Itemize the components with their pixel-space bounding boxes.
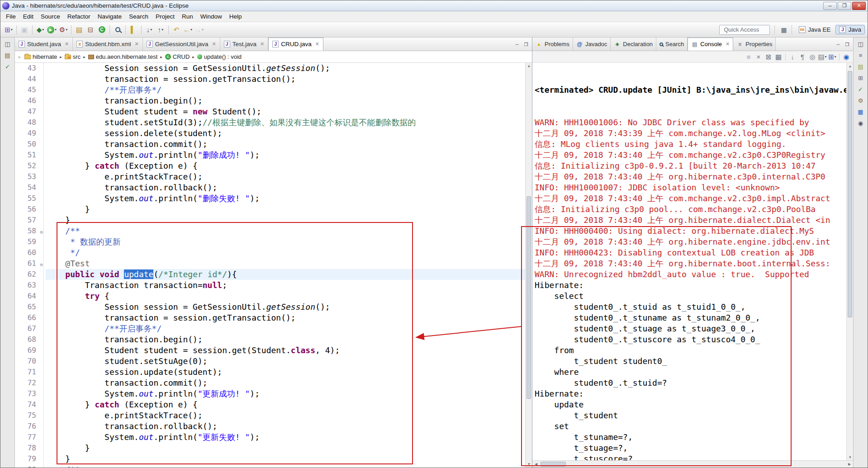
console-output[interactable]: <terminated> CRUD.update [JUnit] B:\java… <box>532 63 846 460</box>
remove-launch-icon[interactable]: × <box>754 52 763 61</box>
breadcrumb-item-4[interactable]: CRUD <box>164 53 191 61</box>
code-editor[interactable]: 4344454647484950515253545556575859606162… <box>15 63 532 468</box>
perspective-java-ee[interactable]: Java EE <box>795 25 834 34</box>
console-hscroll-thumb[interactable] <box>541 462 566 467</box>
perspective-buttons: Java EEJava <box>795 25 865 34</box>
close-tab-icon[interactable]: ✕ <box>260 41 264 47</box>
line-number: 76 <box>15 421 43 432</box>
console-tab-problems[interactable]: Problems <box>532 38 573 51</box>
code-lines[interactable]: Session session = GetSessionUtil.getSess… <box>44 63 525 468</box>
menu-edit[interactable]: Edit <box>19 12 37 21</box>
scroll-left-icon[interactable]: ◀ <box>532 461 540 468</box>
console-tab-properties[interactable]: Properties <box>733 38 776 51</box>
console-tab-javadoc[interactable]: Javadoc <box>573 38 611 51</box>
editor-tab-test-java[interactable]: Test.java✕ <box>220 38 269 51</box>
menu-source[interactable]: Source <box>37 12 64 21</box>
perspective-java[interactable]: Java <box>835 25 865 34</box>
console-line: INFO: HHH000400: Using dialect: org.hibe… <box>535 226 846 236</box>
gutter[interactable]: 4344454647484950515253545556575859606162… <box>15 63 44 468</box>
menu-window[interactable]: Window <box>197 12 226 21</box>
menu-help[interactable]: Help <box>226 12 246 21</box>
close-button[interactable]: ✕ <box>852 2 866 10</box>
external-tools-icon[interactable]: ⚙▾ <box>58 24 69 35</box>
servers-view-icon[interactable]: ◉ <box>855 118 866 128</box>
quick-access-button[interactable]: Quick Access <box>719 25 770 35</box>
prev-annotation-icon[interactable]: ↑▾ <box>155 24 166 35</box>
scroll-up-icon[interactable]: ▲ <box>526 63 532 69</box>
editor-vscroll-thumb[interactable] <box>526 196 531 399</box>
minimize-pane-icon[interactable]: ─ <box>834 41 842 48</box>
new-wizard-icon[interactable]: ⊞▾ <box>3 24 14 35</box>
minimize-button[interactable]: ─ <box>823 2 837 10</box>
console-vscrollbar[interactable]: ▲ ▼ <box>846 63 853 460</box>
scroll-lock-icon[interactable]: ↓ <box>788 52 797 61</box>
minimize-pane-icon[interactable]: ─ <box>513 41 521 48</box>
package-explorer-icon[interactable]: ▤ <box>2 50 13 60</box>
junit-view-icon[interactable]: ✓ <box>2 61 13 71</box>
search-icon[interactable] <box>112 24 123 35</box>
breadcrumb-item-3[interactable]: edu.aeon.hibernate.test <box>87 53 159 61</box>
display-selected-console-icon[interactable]: ▤▾ <box>818 52 827 61</box>
editor-tab-getsessionutil-java[interactable]: GetSessionUtil.java✕ <box>143 38 220 51</box>
clear-console-icon[interactable]: ▦ <box>774 52 783 61</box>
new-class-icon[interactable]: C <box>96 24 107 35</box>
console-vscroll-thumb[interactable] <box>848 71 852 317</box>
word-wrap-icon[interactable]: ¶ <box>798 52 807 61</box>
breadcrumb-toggle-icon[interactable]: ▹ <box>17 54 22 59</box>
task-list-view-icon[interactable]: ▤ <box>855 61 866 71</box>
clear-console-icon: ▦ <box>775 53 782 60</box>
restore-views-icon[interactable]: ◫ <box>2 39 13 49</box>
editor-tab-crud-java[interactable]: CRUD.java✕ <box>268 38 323 51</box>
open-console-icon[interactable]: ⊞▾ <box>828 52 837 61</box>
console-tab-search[interactable]: Search <box>656 38 688 51</box>
scroll-down-icon[interactable]: ▼ <box>847 454 853 460</box>
console-tab-console[interactable]: Console✕ <box>688 38 733 51</box>
menu-refactor[interactable]: Refactor <box>64 12 94 21</box>
scroll-up-icon[interactable]: ▲ <box>847 63 853 69</box>
rerun-test-icon[interactable]: ◉ <box>842 52 851 61</box>
close-tab-icon[interactable]: ✕ <box>726 41 730 47</box>
snippets-view-icon[interactable]: ⊞ <box>855 73 866 83</box>
menu-navigate[interactable]: Navigate <box>94 12 125 21</box>
scroll-down-icon[interactable]: ▼ <box>526 461 532 468</box>
next-annotation-icon[interactable]: ↓▾ <box>144 24 155 35</box>
breadcrumb-item-2[interactable]: src <box>64 53 81 61</box>
menu-search[interactable]: Search <box>125 12 152 21</box>
ant-view-icon[interactable]: ⚙ <box>855 95 866 105</box>
close-tab-icon[interactable]: ✕ <box>65 41 69 47</box>
menu-run[interactable]: Run <box>178 12 197 21</box>
editor-vscrollbar[interactable]: ▲ ▼ <box>525 63 532 468</box>
close-tab-icon[interactable]: ✕ <box>212 41 216 47</box>
remove-all-launches-icon[interactable]: ⊠ <box>764 52 773 61</box>
close-tab-icon[interactable]: ✕ <box>315 41 319 47</box>
mark-occurrences-icon[interactable]: ▍ <box>128 24 139 35</box>
scroll-right-icon[interactable]: ▶ <box>846 461 853 468</box>
editor-tab-student-java[interactable]: Student.java✕ <box>15 38 73 51</box>
breadcrumb-label: edu.aeon.hibernate.test <box>96 53 158 60</box>
run-icon[interactable]: ▶▾ <box>46 24 57 35</box>
pin-console-icon[interactable]: ◎ <box>808 52 817 61</box>
maximize-pane-icon[interactable]: ❐ <box>843 41 851 48</box>
new-package-icon[interactable]: ⊟ <box>85 24 96 35</box>
restore-views-icon[interactable]: ◫ <box>855 39 866 49</box>
new-java-project-icon[interactable]: ▤ <box>74 24 85 35</box>
debug-icon[interactable]: ◆▾ <box>35 24 46 35</box>
last-edit-location-icon[interactable]: ↶ <box>171 24 182 35</box>
maximize-pane-icon[interactable]: ❐ <box>522 41 530 48</box>
new-package-icon: ⊟ <box>88 26 94 33</box>
breadcrumb-item-1[interactable]: hibernate <box>24 53 58 61</box>
editor-tab-student-hbm-xml[interactable]: Student.hbm.xml✕ <box>73 38 143 51</box>
breadcrumb-item-5[interactable]: update() : void <box>196 53 242 61</box>
menu-project[interactable]: Project <box>152 12 178 21</box>
close-tab-icon[interactable]: ✕ <box>135 41 139 47</box>
junit-view-icon[interactable]: ✓ <box>855 84 866 94</box>
data-source-view-icon[interactable]: ▦ <box>855 107 866 117</box>
console-tab-declaration[interactable]: Declaration <box>611 38 656 51</box>
dropdown-arrow-icon: ▾ <box>11 28 13 32</box>
back-icon[interactable]: ←▾ <box>182 24 193 35</box>
menu-file[interactable]: File <box>2 12 19 21</box>
maximize-button[interactable]: ❐ <box>838 2 851 10</box>
outline-view-icon[interactable]: ≡ <box>855 50 866 60</box>
open-perspective-icon[interactable]: ▦ <box>779 25 788 34</box>
console-hscrollbar[interactable]: ◀ ▶ <box>532 460 853 468</box>
